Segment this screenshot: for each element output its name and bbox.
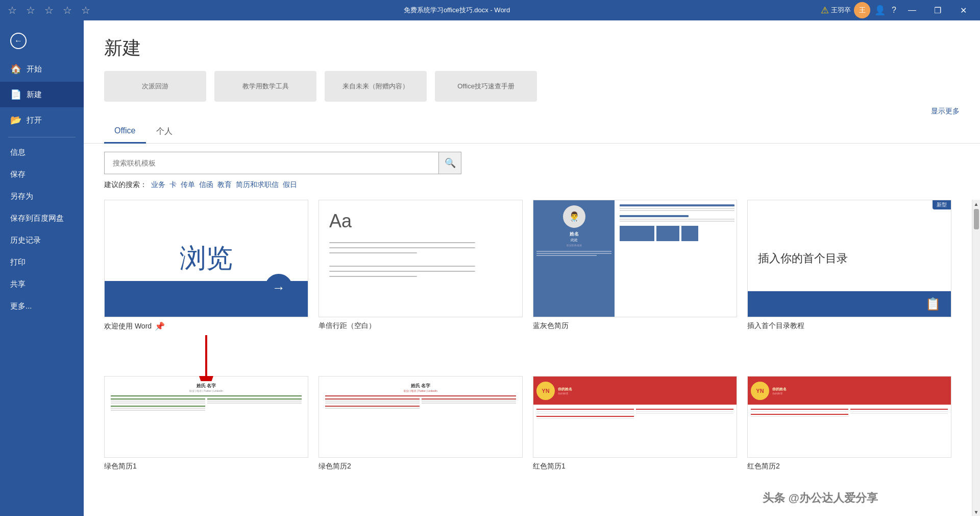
sidebar-item-save-as[interactable]: 另存为	[0, 185, 84, 207]
template-card-resume-green1[interactable]: 姓氏 名字 职业 | 电话 | Twitter | Linkedln	[104, 376, 308, 506]
suggested-link-resume[interactable]: 简历和求职信	[236, 180, 279, 190]
sidebar-item-more[interactable]: 更多...	[0, 295, 84, 317]
avatar[interactable]: 王	[854, 2, 870, 18]
tab-personal[interactable]: 个人	[146, 121, 183, 144]
template-thumb-resume-blue[interactable]: 👨‍⚕️ 姓名 此处 职业职务描述	[533, 200, 737, 317]
yn-card-1-preview: YN 你的姓名 你的称谓	[533, 377, 737, 457]
sidebar-item-save[interactable]: 保存	[0, 163, 84, 185]
templates-grid: 浏览 → 欢迎使用 Word 📌 Aa	[84, 200, 972, 516]
scroll-thumb[interactable]	[974, 209, 979, 229]
suggested-link-business[interactable]: 业务	[151, 180, 165, 190]
people-icon[interactable]: 👤	[874, 5, 886, 16]
content-area: 新建 次派回游 教学用数学工具 来自未来（附赠内容） Office技巧速查手册 …	[84, 20, 980, 516]
toc-list-icon: 📋	[925, 297, 941, 311]
sidebar-item-share[interactable]: 共享	[0, 273, 84, 295]
template-label-resume-red2: 红色简历2	[747, 462, 951, 471]
sidebar-open-label: 打开	[27, 115, 42, 125]
resume-avatar: 👨‍⚕️	[563, 205, 585, 228]
pin-icon-welcome[interactable]: 📌	[155, 321, 165, 331]
scroll-track	[972, 208, 980, 508]
suggested-link-card[interactable]: 卡	[169, 180, 177, 190]
template-thumb-welcome[interactable]: 浏览 →	[104, 200, 308, 317]
template-thumb-resume-red1[interactable]: YN 你的姓名 你的称谓	[533, 376, 737, 458]
sidebar-item-home[interactable]: 🏠 开始	[0, 56, 84, 82]
blank-line-3	[329, 252, 417, 253]
resume-blue-preview: 👨‍⚕️ 姓名 此处 职业职务描述	[533, 200, 737, 317]
show-more-link[interactable]: 显示更多	[931, 107, 960, 116]
welcome-arrow-icon: →	[265, 274, 292, 301]
restore-button[interactable]: ❐	[926, 2, 949, 18]
sidebar-item-new[interactable]: 📄 新建	[0, 82, 84, 107]
suggested-link-flyer[interactable]: 传单	[181, 180, 195, 190]
resume-green1-preview: 姓氏 名字 职业 | 电话 | Twitter | Linkedln	[105, 377, 308, 457]
resume-green2-preview: 姓氏 名字 职业 | 电话 | Twitter | Linkedln	[319, 377, 522, 457]
user-name: 王羽卒	[831, 6, 851, 15]
template-thumb-resume-green2[interactable]: 姓氏 名字 职业 | 电话 | Twitter | Linkedln	[318, 376, 523, 458]
show-more-row: 显示更多	[84, 107, 980, 121]
suggested-link-letter[interactable]: 信函	[199, 180, 213, 190]
sidebar-home-label: 开始	[27, 64, 42, 74]
template-thumb-resume-red2[interactable]: YN 你的姓名 你的称谓	[747, 376, 951, 458]
suggested-link-education[interactable]: 教育	[217, 180, 232, 190]
help-icon[interactable]: ?	[892, 6, 896, 15]
scroll-down-arrow[interactable]: ▼	[972, 508, 981, 516]
star-icon-5: ☆	[79, 3, 93, 17]
user-area: 王羽卒 王	[831, 2, 870, 18]
templates-grid-wrapper: 浏览 → 欢迎使用 Word 📌 Aa	[84, 200, 980, 516]
scroll-template-4[interactable]: Office技巧速查手册	[435, 71, 537, 102]
yn-card-2-preview: YN 你的姓名 你的称谓	[748, 377, 951, 457]
close-button[interactable]: ✕	[951, 2, 975, 18]
suggested-label: 建议的搜索：	[104, 180, 147, 190]
template-label-resume-blue: 蓝灰色简历	[533, 321, 737, 331]
template-label-resume-green2: 绿色简历2	[318, 462, 523, 471]
sidebar-item-save-baidu[interactable]: 保存到百度网盘	[0, 207, 84, 229]
sidebar-item-print[interactable]: 打印	[0, 251, 84, 273]
template-card-toc[interactable]: 新型 插入你的首个目录 📋 插入首个目录教程	[747, 200, 951, 366]
search-button[interactable]: 🔍	[438, 152, 461, 174]
blank-line-1	[329, 242, 475, 243]
minimize-button[interactable]: —	[900, 2, 924, 18]
blank-preview: Aa	[319, 200, 522, 317]
suggested-searches: 建议的搜索： 业务 卡 传单 信函 教育 简历和求职信 假日	[84, 180, 980, 190]
sidebar-item-open[interactable]: 📂 打开	[0, 107, 84, 133]
toc-badge: 新型	[933, 200, 951, 209]
titlebar-left-icons: ☆ ☆ ☆ ☆ ☆	[5, 3, 93, 17]
toc-preview: 新型 插入你的首个目录 📋	[748, 200, 951, 317]
sidebar: ← 🏠 开始 📄 新建 📂 打开 信息 保存 另存为 保存到百度网盘 历史记录	[0, 20, 84, 516]
template-card-blank[interactable]: Aa 单	[318, 200, 523, 366]
suggested-link-holiday[interactable]: 假日	[283, 180, 297, 190]
open-folder-icon: 📂	[10, 114, 21, 126]
scroll-template-2[interactable]: 教学用数学工具	[214, 71, 316, 102]
page-title: 新建	[104, 36, 960, 61]
red-arrow-annotation	[191, 330, 222, 381]
blank-line-2	[329, 247, 475, 248]
star-icon-2: ☆	[23, 3, 38, 17]
toc-bottom-bar: 📋	[748, 291, 951, 317]
template-thumb-resume-green1[interactable]: 姓氏 名字 职业 | 电话 | Twitter | Linkedln	[104, 376, 308, 458]
scroll-template-1[interactable]: 次派回游	[104, 71, 206, 102]
search-input[interactable]	[105, 154, 438, 172]
template-card-resume-blue[interactable]: 👨‍⚕️ 姓名 此处 职业职务描述	[533, 200, 737, 366]
yn-badge-1: YN	[536, 382, 555, 400]
content-header: 新建	[84, 20, 980, 71]
template-thumb-blank[interactable]: Aa	[318, 200, 523, 317]
scroll-up-arrow[interactable]: ▲	[972, 200, 981, 208]
sidebar-item-history[interactable]: 历史记录	[0, 229, 84, 251]
template-thumb-toc[interactable]: 新型 插入你的首个目录 📋	[747, 200, 951, 317]
titlebar-right-controls: ⚠ 王羽卒 王 👤 ? — ❐ ✕	[821, 2, 975, 18]
tab-office[interactable]: Office	[104, 121, 146, 144]
sidebar-back-button[interactable]: ←	[0, 26, 84, 56]
sidebar-new-label: 新建	[27, 90, 42, 100]
search-area: 🔍	[84, 152, 980, 174]
template-card-resume-red2[interactable]: YN 你的姓名 你的称谓	[747, 376, 951, 506]
sidebar-item-info[interactable]: 信息	[0, 142, 84, 163]
scroll-templates-row: 次派回游 教学用数学工具 来自未来（附赠内容） Office技巧速查手册	[84, 71, 980, 102]
scroll-template-3[interactable]: 来自未来（附赠内容）	[325, 71, 427, 102]
star-icon-3: ☆	[42, 3, 56, 17]
template-card-resume-red1[interactable]: YN 你的姓名 你的称谓	[533, 376, 737, 506]
template-card-resume-green2[interactable]: 姓氏 名字 职业 | 电话 | Twitter | Linkedln	[318, 376, 523, 506]
template-label-resume-green1: 绿色简历1	[104, 462, 308, 471]
new-doc-icon: 📄	[10, 89, 21, 100]
sidebar-divider	[8, 137, 76, 137]
scrollbar[interactable]: ▲ ▼	[972, 200, 980, 516]
